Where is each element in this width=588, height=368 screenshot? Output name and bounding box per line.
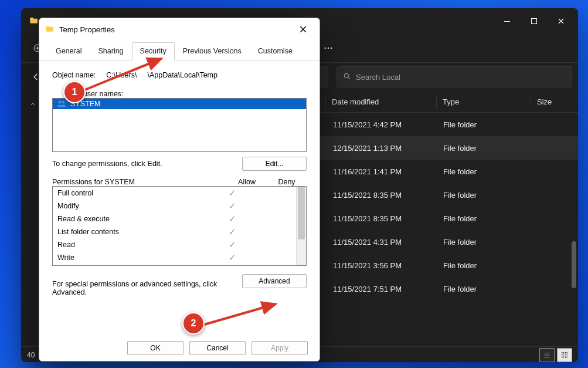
permissions-scrollbar[interactable]: [296, 187, 306, 265]
group-label: user names:: [83, 90, 124, 98]
advanced-button[interactable]: Advanced: [242, 274, 307, 288]
svg-rect-1: [532, 19, 537, 24]
tab-sharing[interactable]: Sharing: [90, 42, 131, 60]
permission-row: Full control✓: [53, 187, 297, 200]
column-size[interactable]: Size: [531, 94, 578, 109]
tab-previous-versions[interactable]: Previous Versions: [175, 42, 250, 60]
svg-rect-17: [562, 352, 564, 355]
allow-check-icon: ✓: [212, 239, 252, 250]
permissions-scrollbar-thumb[interactable]: [298, 187, 305, 239]
advanced-note: For special permissions or advanced sett…: [52, 280, 228, 296]
user-list[interactable]: SYSTEM: [52, 98, 307, 152]
permission-row: List folder contents✓: [53, 225, 297, 238]
svg-point-15: [331, 48, 332, 49]
security-tab-body: Object name: C:\Users\ \AppData\Local\Te…: [39, 60, 320, 301]
allow-check-icon: ✓: [212, 188, 252, 198]
users-icon: [56, 100, 67, 108]
object-name-value-1: C:\Users\: [106, 71, 137, 79]
maximize-button[interactable]: [521, 12, 548, 31]
scrollbar[interactable]: [571, 112, 577, 344]
svg-point-22: [62, 101, 65, 104]
folder-icon: [29, 16, 39, 27]
svg-rect-19: [562, 356, 564, 358]
svg-point-21: [59, 101, 62, 104]
allow-check-icon: ✓: [212, 214, 252, 224]
object-name-label: Object name:: [52, 71, 96, 79]
close-button[interactable]: [548, 12, 575, 31]
dialog-tabs: GeneralSharingSecurityPrevious VersionsC…: [39, 40, 320, 60]
desktop: Local Sort View: [0, 0, 588, 368]
allow-check-icon: ✓: [212, 252, 252, 263]
view-grid-button[interactable]: [557, 348, 572, 362]
user-list-item[interactable]: SYSTEM: [53, 99, 306, 109]
dialog-close-button[interactable]: [291, 21, 315, 38]
minimize-button[interactable]: [494, 12, 521, 31]
deny-header: Deny: [267, 178, 307, 186]
allow-check-icon: ✓: [212, 227, 252, 237]
properties-dialog: Temp Properties GeneralSharingSecurityPr…: [39, 18, 320, 362]
dialog-titlebar[interactable]: Temp Properties: [39, 18, 320, 40]
status-count: 40: [27, 351, 35, 359]
dialog-title: Temp Properties: [59, 25, 115, 34]
search-icon: [343, 72, 351, 82]
allow-check-icon: ✓: [212, 201, 252, 211]
permissions-list[interactable]: Full control✓Modify✓Read & execute✓List …: [52, 186, 307, 266]
dialog-footer: OK Cancel Apply: [39, 335, 320, 361]
tab-security[interactable]: Security: [132, 42, 175, 60]
tab-customise[interactable]: Customise: [250, 42, 301, 60]
more-button[interactable]: [317, 39, 339, 58]
permission-row: Modify✓: [53, 200, 297, 212]
cancel-button[interactable]: Cancel: [189, 341, 246, 355]
folder-icon: [45, 24, 55, 35]
edit-button[interactable]: Edit...: [242, 157, 307, 171]
svg-point-14: [328, 48, 329, 49]
change-permissions-note: To change permissions, click Edit.: [52, 160, 162, 168]
permission-row: Read✓: [53, 238, 297, 251]
search-input[interactable]: Search Local: [337, 66, 572, 87]
search-placeholder: Search Local: [356, 73, 400, 82]
svg-rect-20: [565, 356, 567, 358]
svg-point-16: [344, 73, 348, 77]
allow-header: Allow: [227, 178, 267, 186]
object-name-value-2: \AppData\Local\Temp: [147, 71, 217, 79]
permission-row: Read & execute✓: [53, 212, 297, 225]
column-type[interactable]: Type: [436, 94, 531, 109]
tab-general[interactable]: General: [47, 42, 90, 60]
permissions-header: Permissions for SYSTEM: [52, 178, 227, 186]
column-date[interactable]: Date modified: [325, 94, 436, 109]
permission-row: Write✓: [53, 251, 297, 264]
svg-rect-0: [504, 21, 510, 22]
view-list-button[interactable]: [539, 348, 555, 362]
scrollbar-thumb[interactable]: [572, 241, 576, 288]
ok-button[interactable]: OK: [127, 341, 183, 355]
svg-point-13: [324, 48, 325, 49]
apply-button[interactable]: Apply: [251, 341, 308, 355]
svg-rect-18: [565, 352, 567, 355]
